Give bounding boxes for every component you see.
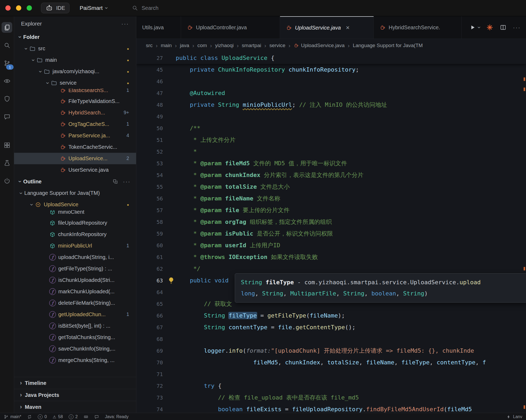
code-line[interactable]: 69 logger.info(format:"[uploadChunk] 开始处… — [136, 345, 526, 357]
outline-item[interactable]: ›UploadService● — [14, 199, 136, 210]
code-line[interactable]: 49 — [136, 111, 526, 122]
collapse-all-icon[interactable] — [112, 179, 118, 184]
run-dropdown-button[interactable]: › — [476, 26, 482, 28]
line-number[interactable]: 61 — [136, 251, 163, 263]
outline-item[interactable]: ƒmergeChunks(String, ... — [14, 355, 136, 366]
line-number[interactable]: 52 — [136, 146, 163, 158]
run-button[interactable] — [469, 24, 476, 31]
project-switcher[interactable]: PaiSmart › — [80, 5, 107, 11]
explorer-folder-item[interactable]: ›java/com/yizhaoqi...● — [14, 66, 136, 77]
line-number[interactable]: 73 — [136, 392, 163, 403]
code-line[interactable]: 59 * @param isPublic 是否公开，标识文件访问权限 — [136, 228, 526, 240]
line-number[interactable]: 63 — [136, 275, 163, 286]
breadcrumb-item[interactable]: service — [269, 43, 285, 48]
activity-search[interactable] — [2, 40, 12, 51]
line-number[interactable]: 71 — [136, 368, 163, 380]
extension-burst-button[interactable] — [486, 24, 493, 31]
window-minimize-button[interactable] — [16, 5, 21, 11]
outline-item[interactable]: ƒsaveChunkInfo(String,... — [14, 343, 136, 355]
activity-testing[interactable] — [2, 158, 12, 168]
breadcrumb-item[interactable]: yizhaoqi — [215, 43, 234, 48]
outline-item[interactable]: ƒuploadChunk(String, i... — [14, 252, 136, 263]
code-line[interactable]: 61 * @throws IOException 如果文件读取失败 — [136, 251, 526, 263]
activity-source-control[interactable]: 1 — [2, 58, 12, 68]
explorer-folder-item[interactable]: ›src● — [14, 43, 136, 54]
breadcrumb-item[interactable]: src — [146, 43, 153, 48]
outline-item[interactable]: fileUploadRepository — [14, 217, 136, 229]
line-number[interactable]: 58 — [136, 216, 163, 228]
search-box[interactable]: Search — [132, 5, 158, 11]
line-number[interactable]: 62 — [136, 263, 163, 275]
status-infos[interactable]: i2 — [69, 414, 78, 419]
code-line[interactable]: 73 // 检查 file_upload 表中是否存在该 file_md5 — [136, 392, 526, 403]
line-number[interactable]: 59 — [136, 228, 163, 240]
explorer-file-item[interactable]: UploadService...2 — [14, 153, 136, 164]
activity-chat[interactable] — [2, 111, 12, 122]
code-line[interactable]: 47 @Autowired — [136, 87, 526, 99]
code-line[interactable]: 60 * @param userId 上传用户ID — [136, 240, 526, 251]
explorer-file-item[interactable]: HybridSearch...9+ — [14, 107, 136, 118]
code-line[interactable]: 56 * @param fileName 文件名称 — [136, 193, 526, 204]
window-close-button[interactable] — [5, 5, 11, 11]
code-line[interactable]: 53 * @param fileMd5 文件的 MD5 值，用于唯一标识文件 — [136, 158, 526, 169]
line-number[interactable]: 51 — [136, 134, 163, 146]
breadcrumb-item[interactable]: smartpai — [242, 43, 261, 48]
code-area[interactable]: 45 private ChunkInfoRepository chunkInfo… — [136, 52, 526, 413]
panel-java-projects[interactable]: ›Java Projects — [14, 389, 136, 401]
code-line[interactable]: 74 boolean fileExists = fileUploadReposi… — [136, 403, 526, 413]
status-errors[interactable]: ×0 — [38, 414, 47, 419]
outline-header[interactable]: › Outline ··· — [14, 176, 136, 187]
app-chip[interactable]: IDE — [41, 3, 69, 13]
line-number[interactable]: 74 — [136, 403, 163, 413]
tab-uploadservice-java[interactable]: UploadService.java× — [280, 16, 374, 39]
explorer-file-item[interactable]: ElasticsearchS...1 — [14, 89, 136, 96]
status-keyboard[interactable] — [84, 414, 88, 419]
line-number[interactable]: 53 — [136, 158, 163, 169]
outline-item[interactable]: minioClient — [14, 210, 136, 217]
line-number[interactable]: 64 — [136, 286, 163, 298]
line-number[interactable]: 65 — [136, 298, 163, 310]
activity-plugins[interactable] — [2, 175, 12, 186]
lightbulb-icon[interactable] — [167, 277, 175, 285]
code-line[interactable]: 68 — [136, 333, 526, 345]
activity-security[interactable] — [2, 93, 12, 104]
line-number[interactable]: 56 — [136, 193, 163, 204]
tab-utils-java[interactable]: Utils.java — [136, 16, 181, 39]
line-number[interactable]: 45 — [136, 64, 163, 76]
outline-item[interactable]: ƒgetFileType(String) : ... — [14, 263, 136, 274]
code-line[interactable]: 52 * — [136, 146, 526, 158]
outline-item[interactable]: ƒmarkChunkUploaded(... — [14, 286, 136, 297]
code-line[interactable]: 62 */ — [136, 263, 526, 275]
activity-explorer[interactable] — [2, 22, 12, 33]
code-line[interactable]: 58 * @param orgTag 组织标签，指定文件所属的组织 — [136, 216, 526, 228]
more-actions-icon[interactable]: ··· — [123, 179, 131, 185]
more-actions-button[interactable]: ··· — [513, 24, 521, 31]
status-feedback[interactable] — [94, 414, 99, 419]
more-actions-icon[interactable]: ··· — [121, 21, 129, 27]
code-line[interactable]: 50 /** — [136, 122, 526, 134]
explorer-folder-item[interactable]: ›main● — [14, 54, 136, 66]
code-line[interactable]: 48 private String minioPublicUrl; // 注入 … — [136, 99, 526, 111]
explorer-folder-item[interactable]: ›service● — [14, 77, 136, 89]
code-line[interactable]: 71 — [136, 368, 526, 380]
outline-item[interactable]: ƒisChunkUploaded(Stri... — [14, 274, 136, 286]
line-number[interactable]: 47 — [136, 87, 163, 99]
line-number[interactable]: 27 — [136, 52, 163, 64]
line-number[interactable]: 66 — [136, 310, 163, 322]
activity-preview[interactable] — [2, 76, 12, 86]
outline-item[interactable]: chunkInfoRepository — [14, 229, 136, 240]
status-branch[interactable]: main* — [4, 414, 21, 419]
status-java-status[interactable]: Java: Ready — [105, 414, 129, 419]
code-line[interactable]: 66 String fileType = getFileType(fileNam… — [136, 310, 526, 322]
line-number[interactable]: 55 — [136, 181, 163, 193]
explorer-file-item[interactable]: TokenCacheServic... — [14, 141, 136, 153]
code-line[interactable]: 67 String contentType = file.getContentT… — [136, 322, 526, 333]
line-number[interactable]: 72 — [136, 380, 163, 392]
status-warnings[interactable]: ⚠58 — [53, 414, 63, 419]
breadcrumb-item[interactable]: java — [180, 43, 189, 48]
line-number[interactable]: 48 — [136, 99, 163, 111]
line-number[interactable]: 57 — [136, 204, 163, 216]
line-number[interactable]: 49 — [136, 111, 163, 122]
split-editor-button[interactable] — [500, 24, 507, 31]
status-language-status[interactable]: Lanv — [506, 414, 522, 419]
